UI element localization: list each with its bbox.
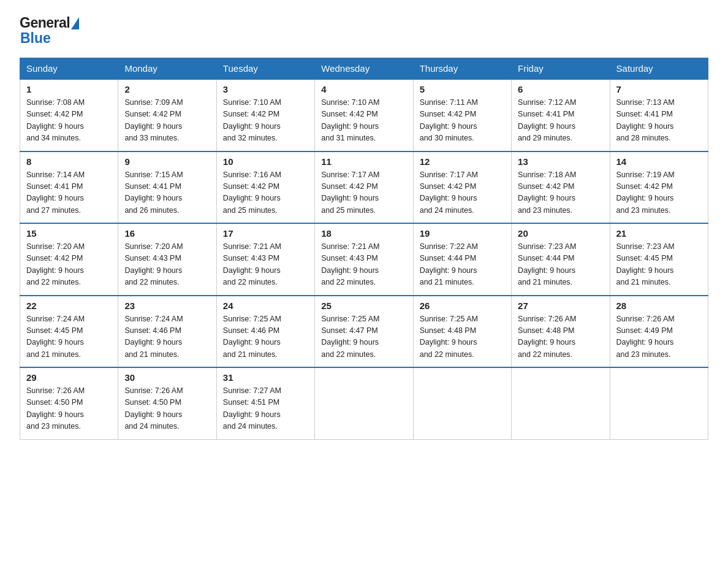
sunset-label: Sunset: 4:45 PM xyxy=(26,326,83,335)
sunrise-label: Sunrise: 7:10 AM xyxy=(223,98,281,107)
daylight-minutes: and 21 minutes. xyxy=(616,278,671,286)
logo-blue-text: Blue xyxy=(20,30,51,47)
day-info: Sunrise: 7:12 AM Sunset: 4:41 PM Dayligh… xyxy=(518,97,603,145)
weekday-header-sunday: Sunday xyxy=(20,58,118,80)
calendar-day-7: 7 Sunrise: 7:13 AM Sunset: 4:41 PM Dayli… xyxy=(610,79,708,151)
sunrise-label: Sunrise: 7:18 AM xyxy=(518,170,576,179)
daylight-minutes: and 23 minutes. xyxy=(26,422,81,431)
day-number: 16 xyxy=(124,228,210,239)
day-info: Sunrise: 7:23 AM Sunset: 4:44 PM Dayligh… xyxy=(518,241,603,289)
daylight-minutes: and 25 minutes. xyxy=(321,206,376,215)
sunset-label: Sunset: 4:43 PM xyxy=(124,254,181,262)
calendar-week-2: 8 Sunrise: 7:14 AM Sunset: 4:41 PM Dayli… xyxy=(20,151,708,224)
calendar-day-9: 9 Sunrise: 7:15 AM Sunset: 4:41 PM Dayli… xyxy=(118,151,216,224)
weekday-header-wednesday: Wednesday xyxy=(315,58,413,80)
daylight-minutes: and 24 minutes. xyxy=(420,206,474,215)
day-number: 5 xyxy=(420,84,505,94)
logo-general-text: General xyxy=(20,15,79,31)
day-info: Sunrise: 7:25 AM Sunset: 4:48 PM Dayligh… xyxy=(420,313,505,361)
calendar-day-19: 19 Sunrise: 7:22 AM Sunset: 4:44 PM Dayl… xyxy=(413,223,511,296)
day-number: 23 xyxy=(124,301,210,311)
daylight-label: Daylight: 9 hours xyxy=(124,266,182,275)
sunset-label: Sunset: 4:45 PM xyxy=(616,254,673,262)
empty-cell xyxy=(610,367,708,439)
daylight-label: Daylight: 9 hours xyxy=(518,194,575,202)
day-number: 8 xyxy=(26,156,112,167)
calendar-day-3: 3 Sunrise: 7:10 AM Sunset: 4:42 PM Dayli… xyxy=(216,79,314,151)
sunrise-label: Sunrise: 7:27 AM xyxy=(223,386,281,395)
sunset-label: Sunset: 4:43 PM xyxy=(223,254,279,262)
sunrise-label: Sunrise: 7:08 AM xyxy=(26,98,85,107)
day-info: Sunrise: 7:22 AM Sunset: 4:44 PM Dayligh… xyxy=(420,241,505,289)
day-info: Sunrise: 7:17 AM Sunset: 4:42 PM Dayligh… xyxy=(321,169,406,217)
daylight-minutes: and 23 minutes. xyxy=(518,206,572,215)
sunset-label: Sunset: 4:41 PM xyxy=(518,110,574,118)
daylight-minutes: and 21 minutes. xyxy=(223,350,278,359)
sunrise-label: Sunrise: 7:15 AM xyxy=(124,170,183,179)
day-info: Sunrise: 7:21 AM Sunset: 4:43 PM Dayligh… xyxy=(321,241,406,289)
daylight-label: Daylight: 9 hours xyxy=(616,338,674,347)
sunrise-label: Sunrise: 7:25 AM xyxy=(420,315,478,323)
day-number: 27 xyxy=(518,301,603,311)
calendar-day-8: 8 Sunrise: 7:14 AM Sunset: 4:41 PM Dayli… xyxy=(20,151,118,224)
daylight-minutes: and 23 minutes. xyxy=(616,206,671,215)
sunrise-label: Sunrise: 7:25 AM xyxy=(321,315,379,323)
day-number: 14 xyxy=(616,156,702,167)
sunset-label: Sunset: 4:42 PM xyxy=(420,182,476,191)
daylight-minutes: and 34 minutes. xyxy=(26,134,81,142)
daylight-minutes: and 33 minutes. xyxy=(124,134,179,142)
calendar-day-27: 27 Sunrise: 7:26 AM Sunset: 4:48 PM Dayl… xyxy=(512,296,610,368)
day-number: 28 xyxy=(616,301,702,311)
day-info: Sunrise: 7:18 AM Sunset: 4:42 PM Dayligh… xyxy=(518,169,603,217)
day-number: 11 xyxy=(321,156,406,167)
sunrise-label: Sunrise: 7:11 AM xyxy=(420,98,478,107)
day-info: Sunrise: 7:10 AM Sunset: 4:42 PM Dayligh… xyxy=(321,97,406,145)
day-number: 17 xyxy=(223,228,308,239)
calendar-day-24: 24 Sunrise: 7:25 AM Sunset: 4:46 PM Dayl… xyxy=(216,296,314,368)
day-info: Sunrise: 7:20 AM Sunset: 4:42 PM Dayligh… xyxy=(26,241,112,289)
day-info: Sunrise: 7:23 AM Sunset: 4:45 PM Dayligh… xyxy=(616,241,702,289)
day-info: Sunrise: 7:19 AM Sunset: 4:42 PM Dayligh… xyxy=(616,169,702,217)
sunset-label: Sunset: 4:44 PM xyxy=(518,254,574,262)
sunrise-label: Sunrise: 7:26 AM xyxy=(616,315,675,323)
calendar-day-13: 13 Sunrise: 7:18 AM Sunset: 4:42 PM Dayl… xyxy=(512,151,610,224)
daylight-label: Daylight: 9 hours xyxy=(321,266,379,275)
sunset-label: Sunset: 4:51 PM xyxy=(223,398,279,407)
day-info: Sunrise: 7:26 AM Sunset: 4:50 PM Dayligh… xyxy=(26,385,112,433)
sunset-label: Sunset: 4:42 PM xyxy=(616,182,673,191)
day-number: 20 xyxy=(518,228,603,239)
sunrise-label: Sunrise: 7:10 AM xyxy=(321,98,379,107)
daylight-label: Daylight: 9 hours xyxy=(518,266,575,275)
sunrise-label: Sunrise: 7:22 AM xyxy=(420,242,478,251)
day-number: 10 xyxy=(223,156,308,167)
daylight-minutes: and 22 minutes. xyxy=(223,278,278,286)
sunrise-label: Sunrise: 7:20 AM xyxy=(124,242,183,251)
calendar-day-2: 2 Sunrise: 7:09 AM Sunset: 4:42 PM Dayli… xyxy=(118,79,216,151)
day-number: 4 xyxy=(321,84,406,94)
calendar-day-15: 15 Sunrise: 7:20 AM Sunset: 4:42 PM Dayl… xyxy=(20,223,118,296)
daylight-label: Daylight: 9 hours xyxy=(223,266,281,275)
calendar-day-22: 22 Sunrise: 7:24 AM Sunset: 4:45 PM Dayl… xyxy=(20,296,118,368)
sunrise-label: Sunrise: 7:21 AM xyxy=(223,242,281,251)
sunrise-label: Sunrise: 7:09 AM xyxy=(124,98,183,107)
day-number: 12 xyxy=(420,156,505,167)
sunrise-label: Sunrise: 7:23 AM xyxy=(518,242,576,251)
daylight-label: Daylight: 9 hours xyxy=(518,338,575,347)
weekday-header-saturday: Saturday xyxy=(610,58,708,80)
sunrise-label: Sunrise: 7:14 AM xyxy=(26,170,85,179)
calendar-week-3: 15 Sunrise: 7:20 AM Sunset: 4:42 PM Dayl… xyxy=(20,223,708,296)
calendar-day-30: 30 Sunrise: 7:26 AM Sunset: 4:50 PM Dayl… xyxy=(118,367,216,439)
daylight-label: Daylight: 9 hours xyxy=(616,266,674,275)
day-number: 2 xyxy=(124,84,210,94)
sunset-label: Sunset: 4:49 PM xyxy=(616,326,673,335)
day-info: Sunrise: 7:26 AM Sunset: 4:48 PM Dayligh… xyxy=(518,313,603,361)
sunset-label: Sunset: 4:41 PM xyxy=(26,182,83,191)
day-number: 13 xyxy=(518,156,603,167)
logo-image: General xyxy=(20,15,79,31)
daylight-label: Daylight: 9 hours xyxy=(616,122,674,131)
calendar-day-25: 25 Sunrise: 7:25 AM Sunset: 4:47 PM Dayl… xyxy=(315,296,413,368)
sunset-label: Sunset: 4:44 PM xyxy=(420,254,476,262)
sunrise-label: Sunrise: 7:20 AM xyxy=(26,242,85,251)
daylight-minutes: and 25 minutes. xyxy=(223,206,278,215)
sunset-label: Sunset: 4:42 PM xyxy=(223,182,279,191)
